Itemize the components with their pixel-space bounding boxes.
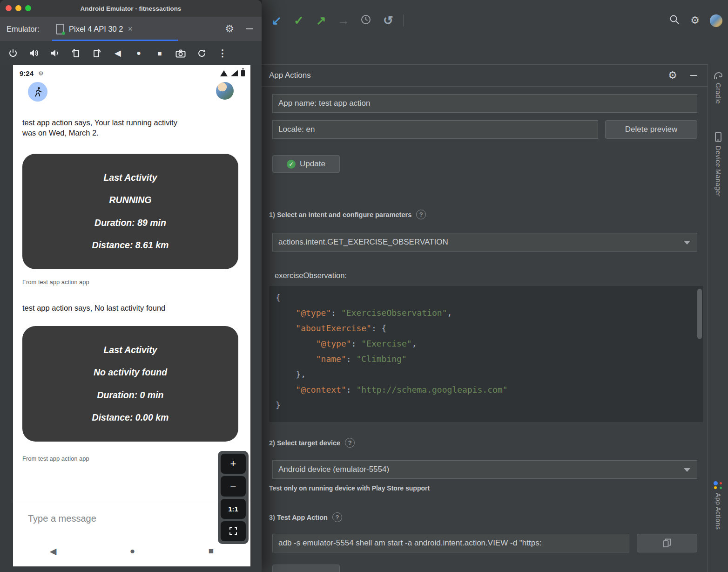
panel-title: App Actions xyxy=(269,71,311,80)
zoom-in-button[interactable]: + xyxy=(221,454,246,474)
user-avatar xyxy=(216,82,234,100)
emulator-tabbar-right: ⚙ xyxy=(225,17,253,41)
locale-input[interactable]: Locale: en xyxy=(272,120,598,139)
rotate-right-button[interactable] xyxy=(91,48,102,59)
back-button[interactable]: ◀ xyxy=(112,48,123,59)
tab-close-icon[interactable]: × xyxy=(128,24,133,34)
tool-tab-app-actions[interactable]: App Actions xyxy=(708,481,728,530)
copy-command-button[interactable] xyxy=(637,534,697,552)
camera-button[interactable] xyxy=(175,48,186,59)
device-tab[interactable]: Pixel 4 API 30 2 × xyxy=(52,17,178,41)
snapshot-button[interactable] xyxy=(196,48,207,59)
intent-value: actions.intent.GET_EXERCISE_OBSERVATION xyxy=(278,238,448,247)
emulator-minimize-icon[interactable] xyxy=(246,28,253,29)
chevron-down-icon xyxy=(684,468,690,472)
assistant-message: test app action says, Your last running … xyxy=(22,117,177,138)
app-name-input[interactable]: App name: test app action xyxy=(272,94,697,113)
zoom-reset-button[interactable]: 1:1 xyxy=(221,499,246,519)
adb-command-value: adb -s emulator-5554 shell am start -a a… xyxy=(278,538,541,548)
device-dropdown[interactable]: Android device (emulator-5554) xyxy=(272,460,697,479)
arrow-up-right-icon[interactable]: ↗ xyxy=(310,14,332,27)
tool-tab-device-manager[interactable]: Device Manager xyxy=(708,132,728,197)
runner-icon xyxy=(32,86,43,97)
card-activity-type: RUNNING xyxy=(109,195,152,205)
assistant-dots-icon xyxy=(714,481,723,489)
card-distance: Distance: 8.61 km xyxy=(92,240,169,251)
emulator-settings-gear-icon[interactable]: ⚙ xyxy=(225,24,234,34)
update-check-icon: ✓ xyxy=(287,160,296,169)
device-value: Android device (emulator-5554) xyxy=(278,465,389,474)
update-button[interactable]: ✓ Update xyxy=(272,155,340,173)
assistant-message: test app action says, No last activity f… xyxy=(22,303,165,313)
volume-down-button[interactable] xyxy=(49,48,61,59)
settings-gear-icon[interactable]: ⚙ xyxy=(690,15,700,26)
card-duration: Duration: 89 min xyxy=(94,218,166,228)
fit-to-screen-button[interactable] xyxy=(221,521,246,541)
emulator-tab-bar: Emulator: Pixel 4 API 30 2 × xyxy=(0,17,262,41)
screenshot-root: ↙ ✓ ↗ → ↺ ⚙ App Actions ⚙ App name: xyxy=(0,0,728,572)
card-duration: Duration: 0 min xyxy=(97,390,163,401)
zoom-controls-overlay: + − 1:1 xyxy=(218,451,249,544)
adb-command-input[interactable]: adb -s emulator-5554 shell am start -a a… xyxy=(272,534,629,552)
card-distance: Distance: 0.00 km xyxy=(92,412,169,423)
signal-icon xyxy=(231,70,238,76)
panel-minimize-icon[interactable] xyxy=(690,75,697,76)
emulator-controls: ◀ ● ■ ⋮ xyxy=(0,41,262,65)
help-icon[interactable]: ? xyxy=(416,210,426,219)
phone-tab-icon xyxy=(56,24,64,34)
card-title: Last Activity xyxy=(103,345,157,355)
clock-icon[interactable] xyxy=(355,14,377,27)
parameter-label: exerciseObservation: xyxy=(275,271,347,280)
gradle-elephant-icon xyxy=(713,71,723,79)
compose-placeholder: Type a message xyxy=(28,513,96,524)
android-studio-window: ↙ ✓ ↗ → ↺ ⚙ App Actions ⚙ App name: xyxy=(262,0,728,572)
from-app-label: From test app action app xyxy=(22,455,89,462)
nav-back-button[interactable]: ◀ xyxy=(50,546,57,557)
activity-card: Last Activity RUNNING Duration: 89 min D… xyxy=(22,154,238,269)
partial-bottom-button[interactable] xyxy=(272,565,340,572)
intent-dropdown[interactable]: actions.intent.GET_EXERCISE_OBSERVATION xyxy=(272,233,697,252)
overview-button[interactable]: ■ xyxy=(154,48,165,59)
nav-overview-button[interactable]: ■ xyxy=(209,546,214,556)
emulator-window: Android Emulator - fitnessactions Emulat… xyxy=(0,0,262,572)
status-time: 9:24 xyxy=(20,69,34,77)
power-button[interactable] xyxy=(7,48,19,59)
emulator-label: Emulator: xyxy=(7,25,40,34)
copy-icon xyxy=(663,538,671,548)
macos-titlebar: Android Emulator - fitnessactions xyxy=(0,0,262,17)
check-icon[interactable]: ✓ xyxy=(288,14,310,27)
zoom-out-button[interactable]: − xyxy=(221,476,246,496)
card-activity-type: No activity found xyxy=(94,367,167,378)
more-options-button[interactable]: ⋮ xyxy=(217,48,228,59)
activity-card: Last Activity No activity found Duration… xyxy=(22,326,238,442)
from-app-label: From test app action app xyxy=(22,279,89,286)
card-title: Last Activity xyxy=(103,172,157,183)
tool-tab-gradle[interactable]: Gradle xyxy=(708,71,728,104)
profile-avatar[interactable] xyxy=(710,14,722,27)
arrow-right-icon[interactable]: → xyxy=(332,14,355,27)
status-gear-icon: ⚙ xyxy=(38,70,44,77)
search-icon[interactable] xyxy=(669,14,680,27)
intent-parameters-editor[interactable]: { "@type": "ExerciseObservation", "about… xyxy=(269,286,703,422)
volume-up-button[interactable] xyxy=(28,48,40,59)
toolbar-separator xyxy=(403,14,404,27)
code-scrollbar[interactable] xyxy=(697,289,702,339)
nav-home-button[interactable]: ● xyxy=(130,546,135,556)
section-test-app-action: 3) Test App Action ? xyxy=(269,512,342,522)
rotate-left-button[interactable] xyxy=(70,48,81,59)
chevron-down-icon xyxy=(684,241,690,245)
panel-gear-icon[interactable]: ⚙ xyxy=(668,70,677,81)
message-compose-bar[interactable]: Type a message xyxy=(13,501,250,536)
undo-icon[interactable]: ↺ xyxy=(377,14,399,27)
arrow-down-left-icon[interactable]: ↙ xyxy=(265,14,288,27)
locale-value: Locale: en xyxy=(278,125,315,134)
device-note: Test only on running device with Play St… xyxy=(269,484,430,492)
delete-preview-button[interactable]: Delete preview xyxy=(605,120,697,139)
android-nav-bar: ◀ ● ■ xyxy=(13,536,250,566)
device-manager-icon xyxy=(715,132,722,142)
app-name-value: App name: test app action xyxy=(278,99,371,108)
assistant-avatar xyxy=(28,82,47,102)
home-button[interactable]: ● xyxy=(133,48,144,59)
help-icon[interactable]: ? xyxy=(345,438,355,448)
help-icon[interactable]: ? xyxy=(332,512,342,522)
